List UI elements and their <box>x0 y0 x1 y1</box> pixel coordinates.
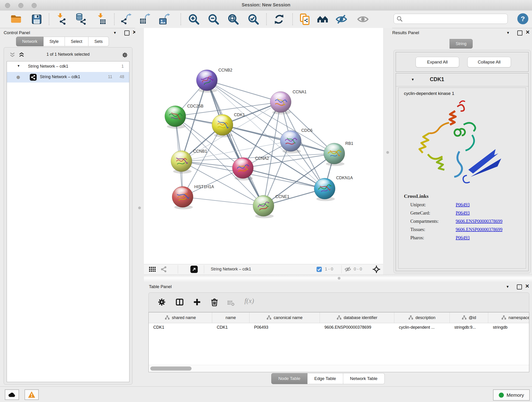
right-splitter[interactable] <box>383 28 392 274</box>
gear-icon[interactable] <box>157 298 166 306</box>
node-RB1[interactable] <box>324 143 345 166</box>
zoom-in-button[interactable] <box>187 13 200 26</box>
crosslink-link[interactable]: 9606.ENSP00000378699 <box>456 227 502 232</box>
cloud-status-button[interactable] <box>5 389 19 400</box>
panel-menu-icon[interactable]: ▼ <box>506 31 510 35</box>
open-session-button[interactable] <box>10 13 22 26</box>
splitter-grip[interactable] <box>338 277 341 280</box>
panel-close-icon[interactable]: ✕ <box>526 29 530 35</box>
first-neighbors-button[interactable] <box>316 13 329 26</box>
selected-checkbox-icon[interactable] <box>316 266 322 272</box>
network-canvas[interactable]: CCNB2CCNA1CDC25BCDK1CDC6RB1CCNB1CCNA2CDK… <box>144 28 383 264</box>
scrollbar-thumb[interactable] <box>150 366 191 370</box>
zoom-fit-button[interactable] <box>227 13 240 26</box>
gear-icon[interactable] <box>122 52 128 58</box>
table-row[interactable]: CDK1CDK1P064939606.ENSP00000378699cyclin… <box>149 323 529 332</box>
columns-icon[interactable] <box>175 298 184 306</box>
horizontal-splitter[interactable] <box>144 274 532 282</box>
table-horizontal-scrollbar[interactable] <box>149 365 529 372</box>
table-cell[interactable]: CDK1 <box>212 325 249 330</box>
edge-CCNB2-CCNE1[interactable] <box>207 80 264 206</box>
network-row[interactable]: String Network – cdk1 11 48 <box>7 72 129 83</box>
panel-float-icon[interactable] <box>124 31 129 36</box>
tab-sets[interactable]: Sets <box>89 37 109 46</box>
node-CCNE1[interactable] <box>253 195 274 218</box>
column-header-namespace[interactable]: namespace <box>488 313 529 323</box>
panel-menu-icon[interactable]: ▼ <box>113 31 117 35</box>
network-collection-row[interactable]: ▼ String Network – cdk1 1 <box>7 61 129 72</box>
crosslink-link[interactable]: P06493 <box>456 235 470 240</box>
panel-close-icon[interactable]: ✕ <box>525 283 529 289</box>
edge-CDK1-RB1[interactable] <box>222 125 334 153</box>
zoom-selected-button[interactable] <box>247 13 260 26</box>
refresh-view-button[interactable] <box>273 13 285 26</box>
panel-menu-icon[interactable]: ▼ <box>506 285 509 288</box>
node-CDC25B[interactable] <box>165 106 186 128</box>
column-header-name[interactable]: name <box>212 313 249 323</box>
node-CDC6[interactable] <box>280 130 301 153</box>
birdseye-view-button[interactable] <box>190 266 198 273</box>
new-network-from-selection-button[interactable] <box>298 13 311 26</box>
crosslink-link[interactable]: 9606.ENSP00000378699 <box>456 219 502 224</box>
column-header--id[interactable]: @id <box>450 313 488 323</box>
import-network-from-file-button[interactable] <box>55 13 68 26</box>
table-cell[interactable]: CDK1 <box>149 325 212 330</box>
node-CCNA1[interactable] <box>270 91 291 114</box>
tab-node-table[interactable]: Node Table <box>271 373 307 384</box>
table-tabbar: Node TableEdge TableNetwork Table <box>271 373 385 384</box>
import-table-from-file-button[interactable] <box>95 13 108 26</box>
crosshair-icon[interactable] <box>373 265 380 273</box>
crosslink-link[interactable]: P06493 <box>456 211 470 216</box>
export-network-button[interactable] <box>120 13 133 26</box>
add-column-icon[interactable] <box>193 298 201 306</box>
table-cell[interactable]: stringdb:9... <box>450 325 488 330</box>
hide-selected-button[interactable] <box>335 13 348 26</box>
collapse-all-button[interactable]: Collapse All <box>467 57 511 67</box>
table-cell[interactable]: P06493 <box>249 325 320 330</box>
export-image-button[interactable] <box>158 13 171 26</box>
column-header-database-identifier[interactable]: database identifier <box>320 313 394 323</box>
help-button[interactable]: ? <box>517 13 528 24</box>
crosslink-link[interactable]: P06493 <box>456 202 470 207</box>
node-CDK1[interactable] <box>212 114 233 137</box>
tab-network-table[interactable]: Network Table <box>343 373 385 384</box>
show-all-button[interactable] <box>356 13 369 26</box>
memory-button[interactable]: Memory <box>493 389 530 401</box>
column-header-canonical-name[interactable]: canonical name <box>249 313 320 323</box>
tab-network[interactable]: Network <box>16 37 44 46</box>
network-share-icon[interactable] <box>160 266 167 273</box>
save-session-button[interactable] <box>30 13 43 26</box>
splitter-grip[interactable] <box>386 151 389 154</box>
zoom-out-button[interactable] <box>207 13 220 26</box>
column-header-description[interactable]: description <box>394 313 450 323</box>
table-cell[interactable]: 9606.ENSP00000378699 <box>320 325 394 330</box>
node-CCNB1[interactable] <box>171 151 192 173</box>
tree-expander-icon[interactable]: ▼ <box>17 64 20 68</box>
node-CCNB2[interactable] <box>196 70 217 93</box>
section-expander-icon[interactable]: ▼ <box>411 77 414 81</box>
splitter-grip[interactable] <box>138 206 141 209</box>
table-cell[interactable]: cyclin-dependent ... <box>394 325 450 330</box>
edge-CCNB2-CCNA1[interactable] <box>207 80 281 102</box>
search-input[interactable] <box>403 16 505 22</box>
table-cell[interactable]: stringdb <box>488 325 529 330</box>
left-splitter[interactable] <box>135 28 144 386</box>
export-table-button[interactable] <box>139 13 152 26</box>
panel-float-icon[interactable] <box>517 31 522 36</box>
edge-HIST1H1A-CCNE1[interactable] <box>183 197 264 206</box>
node-CDKN1A[interactable] <box>314 178 335 201</box>
hidden-eye-slash-icon[interactable] <box>345 266 351 273</box>
tab-select[interactable]: Select <box>65 37 89 46</box>
panel-float-icon[interactable] <box>517 284 522 289</box>
tab-edge-table[interactable]: Edge Table <box>307 373 343 384</box>
node-details-header[interactable]: ▼ CDK1 <box>396 73 528 86</box>
tab-style[interactable]: Style <box>44 37 65 46</box>
delete-column-icon[interactable] <box>210 298 219 306</box>
grid-view-icon[interactable] <box>149 267 156 272</box>
expand-all-button[interactable]: Expand All <box>416 57 459 67</box>
warnings-button[interactable] <box>25 389 39 400</box>
node-HIST1H1A[interactable] <box>172 186 193 209</box>
import-network-from-database-button[interactable] <box>74 13 87 26</box>
tab-string[interactable]: String <box>450 39 473 49</box>
column-header-shared-name[interactable]: shared name <box>149 313 212 323</box>
